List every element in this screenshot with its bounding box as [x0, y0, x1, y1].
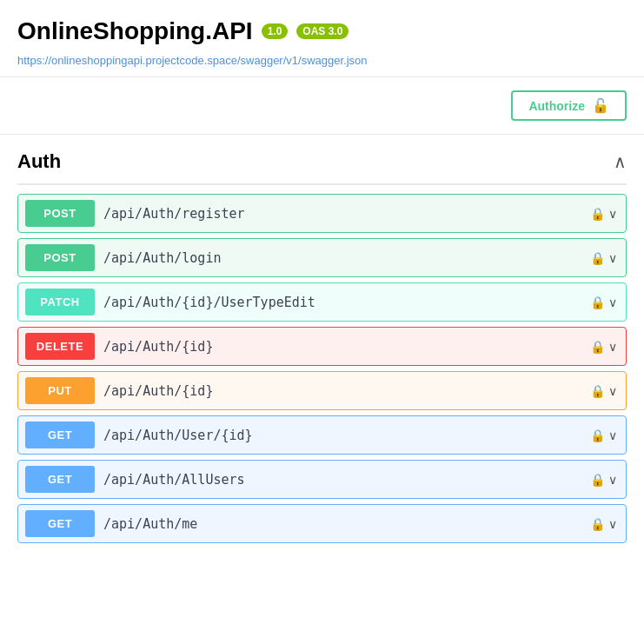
authorize-button-label: Authorize [528, 99, 585, 113]
method-badge: GET [25, 510, 95, 537]
version-badge: 1.0 [262, 23, 289, 39]
chevron-down-icon: ∨ [608, 517, 617, 531]
section-header: Auth ∧ [17, 135, 627, 185]
endpoint-path: /api/Auth/{id}/UserTypeEdit [103, 295, 590, 310]
endpoints-list: POST /api/Auth/register 🔒 ∨ POST /api/Au… [17, 194, 627, 543]
endpoint-row[interactable]: DELETE /api/Auth/{id} 🔒 ∨ [17, 327, 627, 366]
endpoint-path: /api/Auth/AllUsers [103, 472, 590, 488]
endpoint-path: /api/Auth/User/{id} [103, 428, 590, 443]
endpoint-icons: 🔒 ∨ [590, 251, 617, 265]
endpoint-icons: 🔒 ∨ [590, 517, 617, 531]
lock-icon: 🔒 [590, 428, 605, 442]
endpoint-icons: 🔒 ∨ [590, 473, 617, 487]
endpoint-icons: 🔒 ∨ [590, 295, 617, 309]
lock-icon: 🔒 [590, 340, 605, 354]
oas-badge: OAS 3.0 [296, 23, 349, 39]
endpoint-row[interactable]: PUT /api/Auth/{id} 🔒 ∨ [17, 371, 627, 410]
endpoint-path: /api/Auth/register [103, 206, 590, 222]
lock-icon: 🔒 [590, 295, 605, 309]
chevron-down-icon: ∨ [608, 340, 617, 354]
title-row: OnlineShopping.API 1.0 OAS 3.0 [17, 17, 627, 45]
endpoint-path: /api/Auth/{id} [103, 383, 590, 399]
endpoint-path: /api/Auth/login [103, 250, 590, 266]
endpoint-row[interactable]: GET /api/Auth/me 🔒 ∨ [17, 504, 627, 543]
method-badge: PUT [25, 377, 95, 404]
method-badge: DELETE [25, 333, 95, 360]
method-badge: POST [25, 200, 95, 227]
endpoint-row[interactable]: PATCH /api/Auth/{id}/UserTypeEdit 🔒 ∨ [17, 282, 627, 322]
collapse-icon[interactable]: ∧ [614, 151, 627, 172]
chevron-down-icon: ∨ [608, 207, 617, 221]
endpoint-path: /api/Auth/me [103, 516, 590, 532]
lock-icon: 🔒 [590, 207, 605, 221]
app-title: OnlineShopping.API [17, 17, 253, 45]
method-badge: POST [25, 244, 95, 271]
authorize-button[interactable]: Authorize 🔓 [511, 90, 627, 121]
endpoint-path: /api/Auth/{id} [103, 339, 590, 355]
auth-section: Auth ∧ POST /api/Auth/register 🔒 ∨ POST … [17, 135, 627, 543]
chevron-down-icon: ∨ [608, 428, 617, 442]
endpoint-row[interactable]: GET /api/Auth/AllUsers 🔒 ∨ [17, 460, 627, 499]
method-badge: GET [25, 466, 95, 493]
method-badge: GET [25, 422, 95, 448]
endpoint-row[interactable]: POST /api/Auth/login 🔒 ∨ [17, 238, 627, 277]
lock-open-icon: 🔓 [592, 97, 609, 114]
method-badge: PATCH [25, 289, 95, 315]
api-url-link[interactable]: https://onlineshoppingapi.projectcode.sp… [17, 54, 368, 67]
section-title: Auth [17, 150, 61, 173]
chevron-down-icon: ∨ [608, 295, 617, 309]
lock-icon: 🔒 [590, 384, 605, 398]
endpoint-icons: 🔒 ∨ [590, 384, 617, 398]
endpoint-row[interactable]: GET /api/Auth/User/{id} 🔒 ∨ [17, 415, 627, 455]
chevron-down-icon: ∨ [608, 384, 617, 398]
authorize-bar: Authorize 🔓 [0, 77, 644, 135]
lock-icon: 🔒 [590, 251, 605, 265]
endpoint-icons: 🔒 ∨ [590, 428, 617, 442]
endpoint-row[interactable]: POST /api/Auth/register 🔒 ∨ [17, 194, 627, 233]
chevron-down-icon: ∨ [608, 473, 617, 487]
lock-icon: 🔒 [590, 517, 605, 531]
lock-icon: 🔒 [590, 473, 605, 487]
app-header: OnlineShopping.API 1.0 OAS 3.0 https://o… [0, 0, 644, 77]
chevron-down-icon: ∨ [608, 251, 617, 265]
endpoint-icons: 🔒 ∨ [590, 207, 617, 221]
endpoint-icons: 🔒 ∨ [590, 340, 617, 354]
